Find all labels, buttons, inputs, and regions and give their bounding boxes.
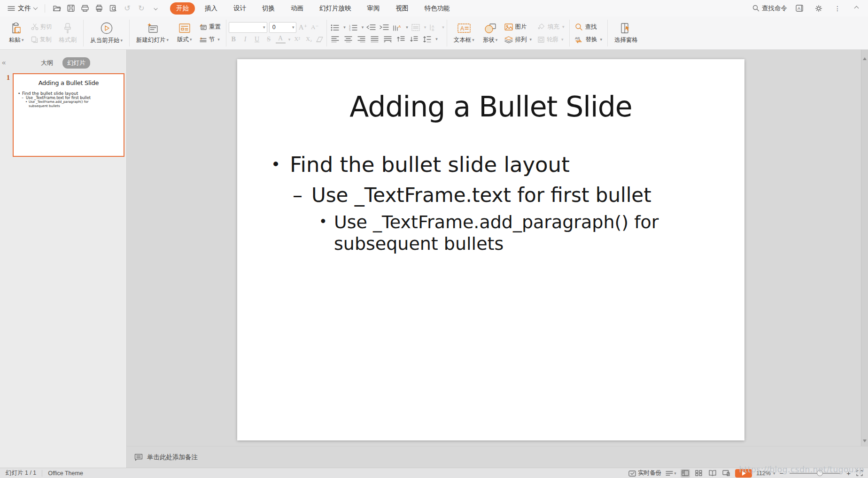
paste-button[interactable]: 粘贴▾: [5, 18, 28, 48]
notes-toggle-button[interactable]: ▾: [666, 469, 676, 478]
line-spacing-decrease-button[interactable]: [395, 34, 406, 44]
slide-body[interactable]: •Find the bullet slide layout –Use _Text…: [271, 152, 714, 255]
tab-view[interactable]: 视图: [390, 2, 415, 15]
line-spacing-button[interactable]: [421, 34, 433, 44]
paste-icon: [11, 23, 22, 34]
slide-editor[interactable]: Adding a Bullet Slide •Find the bullet s…: [237, 59, 744, 440]
redo-icon: ↻: [138, 4, 144, 13]
cut-button[interactable]: 剪切: [28, 21, 55, 32]
more-menu-button[interactable]: ⋮: [831, 3, 844, 14]
copy-button[interactable]: 复制: [28, 34, 55, 45]
align-left-button[interactable]: [329, 34, 341, 44]
font-name-input[interactable]: [232, 24, 262, 31]
decrease-indent-button[interactable]: [365, 22, 377, 32]
vertical-scrollbar[interactable]: [861, 50, 868, 446]
increase-indent-button[interactable]: [379, 22, 390, 32]
selection-pane-button[interactable]: 选择窗格: [610, 18, 642, 48]
export-button[interactable]: [79, 3, 91, 14]
undo-button[interactable]: ↺: [121, 3, 133, 14]
dropdown-icon[interactable]: ▾: [288, 37, 291, 42]
layout-button[interactable]: 版式▾: [173, 18, 196, 48]
convert-text-button[interactable]: AB: [428, 22, 439, 32]
save-button[interactable]: [65, 3, 77, 14]
collapse-panel-icon[interactable]: «: [2, 58, 6, 66]
new-slide-button[interactable]: 新建幻灯片▾: [132, 18, 173, 48]
dropdown-icon[interactable]: ▾: [263, 25, 265, 30]
ime-assist-button[interactable]: A: [794, 3, 806, 14]
tab-home[interactable]: 开始: [170, 2, 195, 15]
print-button[interactable]: [93, 3, 105, 14]
tab-animation[interactable]: 动画: [285, 2, 310, 15]
dropdown-icon[interactable]: ▾: [362, 25, 364, 30]
align-right-button[interactable]: [356, 34, 367, 44]
tab-slideshow[interactable]: 幻灯片放映: [313, 2, 357, 15]
tab-transition[interactable]: 切换: [256, 2, 281, 15]
font-color-button[interactable]: A: [276, 35, 286, 44]
file-menu-button[interactable]: 文件: [6, 3, 39, 14]
dropdown-icon[interactable]: ▾: [343, 25, 346, 30]
font-name-combo[interactable]: ▾: [229, 22, 267, 33]
theme-name[interactable]: Office Theme: [48, 470, 83, 477]
view-presenter-button[interactable]: [721, 469, 731, 478]
strikethrough-button[interactable]: S: [264, 34, 274, 45]
text-box-border-button[interactable]: [410, 22, 421, 32]
dropdown-icon[interactable]: ▾: [424, 25, 426, 30]
dropdown-icon[interactable]: ▾: [435, 37, 438, 41]
reset-button[interactable]: 重置: [196, 21, 224, 32]
view-sorter-button[interactable]: [694, 469, 704, 478]
picture-button[interactable]: 图片: [502, 21, 535, 32]
workspace: « 大纲 幻灯片 1 Adding a Bullet Slide •Find t…: [0, 50, 868, 468]
scroll-up-icon[interactable]: [863, 57, 867, 60]
print-preview-button[interactable]: [107, 3, 119, 14]
quick-access-more-button[interactable]: [149, 3, 162, 14]
scroll-down-icon[interactable]: [863, 439, 867, 442]
play-from-current-button[interactable]: 从当前开始▾: [86, 18, 127, 48]
slide-title[interactable]: Adding a Bullet Slide: [237, 90, 744, 123]
align-center-button[interactable]: [342, 34, 354, 44]
outline-label: 轮廓: [547, 36, 558, 44]
find-command-button[interactable]: 查找命令: [752, 4, 787, 13]
bullet-list-button[interactable]: [329, 22, 341, 32]
font-size-input[interactable]: [272, 24, 291, 31]
superscript-button[interactable]: X²: [292, 34, 302, 45]
view-normal-button[interactable]: [681, 469, 690, 478]
tab-outline[interactable]: 大纲: [36, 57, 58, 69]
tab-slides[interactable]: 幻灯片: [62, 57, 90, 69]
tab-design[interactable]: 设计: [227, 2, 252, 15]
numbered-list-button[interactable]: 123: [348, 22, 359, 32]
dropdown-icon[interactable]: ▾: [292, 25, 294, 30]
decrease-font-button[interactable]: A⁻: [310, 22, 320, 32]
underline-button[interactable]: U: [252, 34, 262, 45]
clear-format-icon[interactable]: [316, 36, 324, 43]
view-read-button[interactable]: [708, 469, 717, 478]
format-painter-button[interactable]: 格式刷: [55, 18, 81, 48]
italic-button[interactable]: I: [240, 34, 250, 45]
collapse-ribbon-button[interactable]: [850, 3, 862, 14]
open-button[interactable]: [51, 3, 63, 14]
outline-button[interactable]: 轮廓 ▾: [535, 34, 567, 45]
dropdown-icon[interactable]: ▾: [406, 25, 408, 30]
tab-special-features[interactable]: 特色功能: [418, 2, 456, 15]
distribute-button[interactable]: [382, 34, 393, 44]
live-backup-button[interactable]: 实时备份: [628, 469, 661, 478]
shapes-button[interactable]: 形状▾: [479, 18, 502, 48]
find-button[interactable]: 查找: [572, 21, 605, 32]
bold-button[interactable]: B: [229, 34, 239, 45]
justify-button[interactable]: [369, 34, 380, 44]
arrange-button[interactable]: 排列 ▾: [502, 34, 535, 45]
textbox-button[interactable]: A 文本框▾: [450, 18, 479, 48]
tab-review[interactable]: 审阅: [361, 2, 386, 15]
slide-thumbnail[interactable]: Adding a Bullet Slide •Find the bullet s…: [13, 73, 124, 157]
replace-button[interactable]: AB 替换 ▾: [572, 34, 605, 45]
font-size-combo[interactable]: ▾: [269, 22, 296, 33]
line-spacing-increase-button[interactable]: [408, 34, 419, 44]
text-direction-button[interactable]: A: [392, 22, 403, 32]
section-button[interactable]: 节 ▾: [196, 34, 224, 45]
tab-insert[interactable]: 插入: [199, 2, 224, 15]
settings-button[interactable]: [813, 3, 825, 14]
increase-font-button[interactable]: A⁺: [298, 22, 308, 32]
fill-button[interactable]: 填充 ▾: [535, 21, 567, 32]
subscript-button[interactable]: X₂: [304, 34, 314, 45]
dropdown-icon[interactable]: ▾: [442, 25, 444, 30]
redo-button[interactable]: ↻: [135, 3, 147, 14]
